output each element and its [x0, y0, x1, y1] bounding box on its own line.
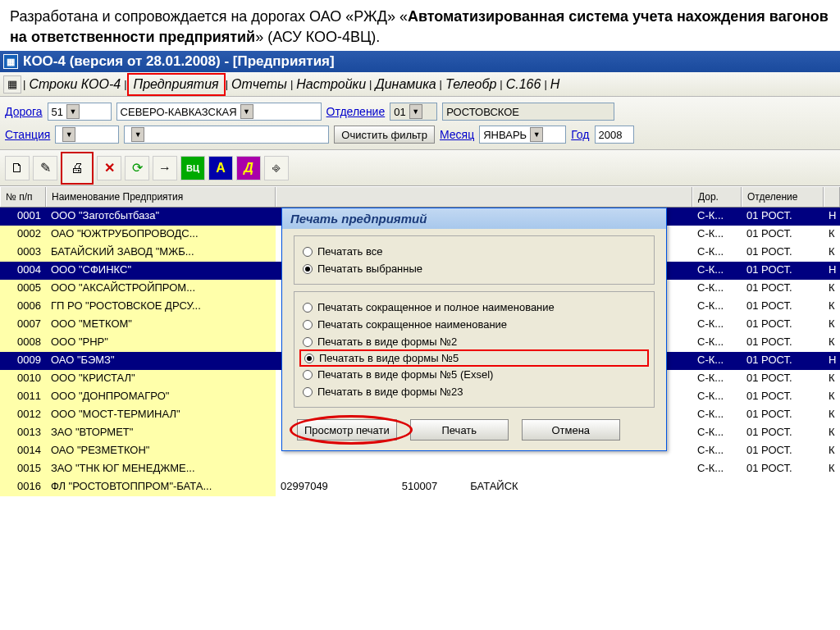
cell-dor: С-К...: [692, 460, 742, 478]
preview-button[interactable]: Просмотр печати: [297, 419, 397, 441]
print-button[interactable]: Печать: [410, 419, 509, 441]
month-combo[interactable]: ЯНВАРЬ▼: [479, 126, 566, 144]
road-label[interactable]: Дорога: [5, 105, 43, 118]
cell-id: 0009: [0, 352, 46, 370]
cell-dep: 01 РОСТ.: [742, 460, 824, 478]
clear-filter-button[interactable]: Очистить фильтр: [334, 126, 435, 144]
dept-name-combo[interactable]: РОСТОВСКОЕ: [442, 103, 614, 121]
cell-end: К: [824, 406, 840, 424]
col-end[interactable]: [824, 187, 840, 207]
d-box-icon[interactable]: Д: [236, 156, 261, 180]
print-dialog: Печать предприятий Печатать всеПечатать …: [281, 208, 667, 451]
cell-dor: С-К...: [692, 316, 742, 334]
radio-label: Печатать в виде формы №2: [317, 336, 457, 348]
menu-enterprises[interactable]: Предприятия: [127, 73, 226, 96]
cell-id: 0008: [0, 334, 46, 352]
radio-option[interactable]: Печатать в виде формы №5: [299, 349, 649, 367]
delete-icon[interactable]: ✕: [97, 156, 121, 180]
station-name-combo[interactable]: ▼: [124, 126, 329, 144]
cell-id: 0002: [0, 226, 46, 244]
cell-end: Н: [824, 208, 840, 226]
print-icon[interactable]: 🖨: [61, 152, 94, 185]
dept-label[interactable]: Отделение: [326, 105, 386, 118]
cell-id: 0012: [0, 406, 46, 424]
cell-end: К: [824, 298, 840, 316]
menu-settings[interactable]: Настройки: [293, 77, 369, 92]
cell-dep: 01 РОСТ.: [742, 334, 824, 352]
radio-label: Печатать сокращенное наименование: [317, 318, 507, 331]
dropdown-arrow-icon: ▼: [530, 127, 543, 142]
cell-dor: [692, 478, 742, 496]
col-mid[interactable]: [276, 187, 692, 207]
menu-reports[interactable]: Отчеты: [228, 77, 290, 92]
menu-teleobr[interactable]: Телеобр: [442, 77, 500, 92]
radio-icon: [303, 247, 313, 257]
radio-icon: [303, 370, 313, 380]
dropdown-arrow-icon: ▼: [131, 127, 144, 142]
cancel-button[interactable]: Отмена: [522, 419, 620, 441]
col-name[interactable]: Наименование Предприятия: [46, 187, 276, 207]
cell-dep: 01 РОСТ.: [742, 208, 824, 226]
cell-end: К: [824, 442, 840, 460]
dept-code-combo[interactable]: 01▼: [390, 103, 437, 121]
radio-option[interactable]: Печатать в виде формы №5 (Exsel): [303, 366, 646, 383]
radio-option[interactable]: Печатать в виде формы №23: [303, 383, 646, 400]
cell-end: К: [824, 334, 840, 352]
cell-mid: 02997049510007БАТАЙСК: [276, 478, 692, 496]
col-dor[interactable]: Дор.: [692, 187, 742, 207]
arrow-icon[interactable]: →: [153, 156, 177, 180]
radio-icon: [303, 320, 313, 330]
radio-option[interactable]: Печатать все: [303, 243, 646, 260]
cell-id: 0011: [0, 388, 46, 406]
cell-dep: 01 РОСТ.: [742, 442, 824, 460]
radio-option[interactable]: Печатать в виде формы №2: [303, 333, 646, 350]
cell-dep: 01 РОСТ.: [742, 298, 824, 316]
menu-dynamics[interactable]: Динамика: [372, 77, 439, 92]
window-title-bar: ▦ КОО-4 (версия от 28.01.2008) - [Предпр…: [0, 51, 840, 72]
cell-end: К: [824, 460, 840, 478]
exit-icon[interactable]: ⎆: [264, 156, 289, 180]
cell-dor: С-К...: [692, 442, 742, 460]
cell-dor: С-К...: [692, 298, 742, 316]
radio-option[interactable]: Печатать выбранные: [303, 260, 646, 277]
refresh-icon[interactable]: ⟳: [125, 156, 149, 180]
menu-bar: ▦ | Строки КОО-4| Предприятия| Отчеты| Н…: [0, 72, 840, 97]
station-label[interactable]: Станция: [5, 128, 50, 141]
table-row[interactable]: 0015ЗАО "ТНК ЮГ МЕНЕДЖМЕ...С-К...01 РОСТ…: [0, 460, 840, 478]
cell-id: 0004: [0, 262, 46, 280]
road-name-combo[interactable]: СЕВЕРО-КАВКАЗСКАЯ▼: [116, 103, 322, 121]
table-row[interactable]: 0016ФЛ "РОСТОВТОППРОМ"-БАТА...0299704951…: [0, 478, 840, 496]
cell-dor: С-К...: [692, 334, 742, 352]
cell-dep: 01 РОСТ.: [742, 316, 824, 334]
year-field[interactable]: 2008: [595, 126, 634, 144]
col-dep[interactable]: Отделение: [742, 187, 824, 207]
month-label[interactable]: Месяц: [440, 128, 474, 141]
cell-dep: [742, 478, 824, 496]
cell-id: 0015: [0, 460, 46, 478]
caption-pre: Разработана и сопровождается на дорогах …: [10, 8, 408, 25]
a-box-icon[interactable]: А: [208, 156, 233, 180]
cell-id: 0005: [0, 280, 46, 298]
menu-n[interactable]: Н: [547, 77, 564, 92]
cell-id: 0007: [0, 316, 46, 334]
menu-s166[interactable]: С.166: [503, 77, 545, 92]
green-box-icon[interactable]: ВЦ: [180, 156, 205, 180]
year-label[interactable]: Год: [571, 128, 589, 141]
radio-option[interactable]: Печатать сокращенное и полное наименован…: [303, 299, 646, 316]
menu-koo4[interactable]: Строки КОО-4: [25, 77, 124, 92]
edit-icon[interactable]: ✎: [33, 156, 57, 180]
col-id[interactable]: № п/п: [0, 187, 46, 207]
radio-label: Печатать сокращенное и полное наименован…: [317, 301, 555, 313]
cell-id: 0013: [0, 424, 46, 442]
new-icon[interactable]: 🗋: [5, 156, 30, 180]
cell-end: Н: [824, 352, 840, 370]
menu-icon-btn[interactable]: ▦: [3, 75, 21, 94]
cell-dor: С-К...: [692, 388, 742, 406]
radio-icon: [303, 337, 313, 347]
caption-post: » (АСУ КОО-4ВЦ).: [255, 29, 380, 45]
road-code-combo[interactable]: 51▼: [48, 103, 112, 121]
station-code-combo[interactable]: ▼: [55, 126, 119, 144]
radio-option[interactable]: Печатать сокращенное наименование: [303, 316, 646, 333]
cell-name: ФЛ "РОСТОВТОППРОМ"-БАТА...: [46, 478, 276, 496]
cell-id: 0003: [0, 244, 46, 262]
